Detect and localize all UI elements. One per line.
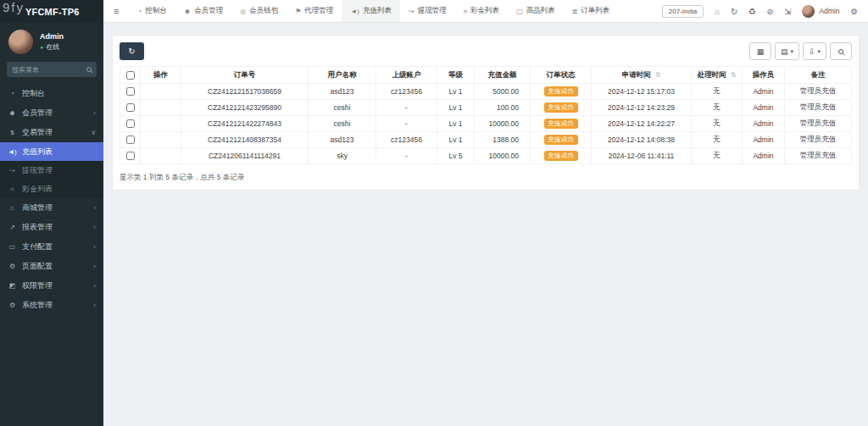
cell-user-name: sky xyxy=(309,148,376,164)
sidebar-item-icon: ◩ xyxy=(8,282,17,290)
table-tools: ▦ ▤ ▾ ⇩ ▾ xyxy=(749,42,852,60)
hamburger-icon[interactable]: ≡ xyxy=(103,0,129,22)
sidebar-item[interactable]: ◔ 控制台 xyxy=(0,84,103,103)
pagination-toggle-button[interactable]: ▦ xyxy=(749,42,771,60)
navbar-user[interactable]: Admin xyxy=(802,5,839,18)
row-checkbox[interactable] xyxy=(126,152,135,160)
nav-tab-icon: ¤ xyxy=(464,8,467,15)
content-area: ↻ ▦ ▤ ▾ ⇩ ▾ xyxy=(103,23,868,426)
status-badge: 充值成功 xyxy=(544,86,578,97)
sidebar-item-label: 页面配置 xyxy=(22,261,53,272)
nav-tab[interactable]: ▢ 商品列表 xyxy=(508,0,564,22)
row-checkbox[interactable] xyxy=(126,103,135,112)
sidebar-item[interactable]: ◩ 权限管理 ‹ xyxy=(0,276,103,296)
sidebar-item-label: 商城管理 xyxy=(22,202,53,213)
nav-tab-icon: ↪ xyxy=(409,8,415,15)
sidebar-search xyxy=(7,62,97,77)
cell-level: Lv 1 xyxy=(437,132,475,148)
cell-remark: 管理员充值 xyxy=(785,132,852,148)
nav-tab-icon: ≣ xyxy=(572,8,578,15)
sort-icon[interactable]: ⇅ xyxy=(731,71,737,79)
cell-operation xyxy=(141,84,181,100)
col-handle-time[interactable]: 处理时间⇅ xyxy=(692,67,743,84)
search-icon[interactable] xyxy=(86,67,92,72)
sidebar-item[interactable]: ↪ 提现管理 xyxy=(0,161,103,180)
status-badge: 充值成功 xyxy=(544,119,578,129)
col-operator: 操作员 xyxy=(743,67,785,84)
nav-tab[interactable]: ↪ 提现管理 xyxy=(400,0,455,22)
select-all-checkbox[interactable] xyxy=(126,71,135,80)
settings-cogs-icon[interactable]: ⚙ xyxy=(850,7,858,16)
col-order-no: 订单号 xyxy=(181,67,309,84)
trash-icon[interactable]: ♻ xyxy=(748,7,756,16)
row-checkbox[interactable] xyxy=(126,119,135,128)
sidebar-item[interactable]: $ 交易管理 ∨ xyxy=(0,123,103,142)
cell-apply-time: 2024-12-06 11:41:11 xyxy=(592,148,692,164)
search-toggle-button[interactable] xyxy=(830,42,852,60)
sidebar-item[interactable]: ⚙ 系统管理 ‹ xyxy=(0,296,103,315)
row-checkbox[interactable] xyxy=(126,136,135,144)
sidebar-item-label: 支付配置 xyxy=(22,241,53,252)
nav-tab[interactable]: ¤ 彩金列表 xyxy=(455,0,508,22)
chevron-icon: ‹ xyxy=(93,243,96,251)
card-toolbar: ↻ ▦ ▤ ▾ ⇩ ▾ xyxy=(120,42,852,60)
sidebar-item[interactable]: ◄) 充值列表 xyxy=(0,142,103,161)
columns-icon: ▤ xyxy=(781,47,788,56)
sort-icon[interactable]: ⇅ xyxy=(655,71,661,79)
table-row: CZ2412121422274843 ceshi - Lv 1 10000.00… xyxy=(120,116,852,132)
environment-button[interactable]: 207-India xyxy=(662,5,704,18)
user-status-label: 在线 xyxy=(46,42,59,52)
fullscreen-icon[interactable]: ⇲ xyxy=(784,7,791,16)
sidebar: 9fy YFCMF-TP6 Admin ● 在线 ◔ 控制台 xyxy=(0,0,103,426)
clear-cache-icon[interactable]: ⊘ xyxy=(766,7,773,16)
nav-tab-icon: ◎ xyxy=(240,8,246,15)
row-checkbox[interactable] xyxy=(126,87,135,96)
refresh-icon[interactable]: ↻ xyxy=(731,7,737,16)
nav-tab[interactable]: ◔ 控制台 xyxy=(129,0,175,22)
table-row: CZ2412121517038659 asd123 cz123456 Lv 1 … xyxy=(120,84,852,100)
chevron-icon: ‹ xyxy=(93,204,96,212)
columns-dropdown-button[interactable]: ▤ ▾ xyxy=(775,42,799,60)
cell-remark: 管理员充值 xyxy=(785,84,852,100)
avatar xyxy=(8,30,33,54)
main-area: ≡ ◔ 控制台 ☻ 会员管理 ◎ 会员钱包 xyxy=(103,0,868,426)
sidebar-item[interactable]: ↗ 报表管理 ‹ xyxy=(0,218,103,237)
cell-order-no: CZ2412121423295890 xyxy=(181,100,309,116)
navbar-right: 207-India ⌂ ↻ ♻ ⊘ ⇲ Admin ⚙ xyxy=(662,0,868,22)
sidebar-item-icon: ↗ xyxy=(8,224,17,231)
col-apply-time[interactable]: 申请时间⇅ xyxy=(592,67,692,84)
nav-tab[interactable]: ◄) 充值列表 xyxy=(342,0,400,22)
home-icon[interactable]: ⌂ xyxy=(715,7,720,16)
export-dropdown-button[interactable]: ⇩ ▾ xyxy=(803,42,826,60)
refresh-table-button[interactable]: ↻ xyxy=(120,42,144,60)
nav-tab[interactable]: ≣ 订单列表 xyxy=(564,0,619,22)
recharge-list-card: ↻ ▦ ▤ ▾ ⇩ ▾ xyxy=(112,35,860,191)
sidebar-item-label: 充值列表 xyxy=(22,147,53,158)
nav-tab-icon: ▢ xyxy=(516,8,523,15)
nav-tab[interactable]: ⚑ 代理管理 xyxy=(287,0,342,22)
cell-user-name: asd123 xyxy=(309,84,376,100)
nav-tab[interactable]: ☻ 会员管理 xyxy=(175,0,231,22)
sidebar-item[interactable]: ⚙ 页面配置 ‹ xyxy=(0,257,103,276)
sidebar-item-icon: ⚙ xyxy=(8,263,17,270)
cell-user-name: ceshi xyxy=(309,100,376,116)
cell-parent-account: - xyxy=(376,116,437,132)
nav-tab-label: 订单列表 xyxy=(581,6,609,16)
status-badge: 充值成功 xyxy=(544,102,578,113)
table-row: CZ2412121408387354 asd123 cz123456 Lv 1 … xyxy=(120,132,852,148)
cell-apply-time: 2024-12-12 14:08:38 xyxy=(592,132,692,148)
cell-order-no: CZ2412121408387354 xyxy=(181,132,309,148)
sidebar-item[interactable]: ☻ 会员管理 ‹ xyxy=(0,103,103,123)
table-view-icon: ▦ xyxy=(757,47,765,56)
cell-operation xyxy=(141,116,181,132)
nav-tab[interactable]: ◎ 会员钱包 xyxy=(231,0,287,22)
cell-operation xyxy=(141,148,181,164)
cell-handle-time: 无 xyxy=(692,100,743,116)
sidebar-item[interactable]: ¤ 彩金列表 xyxy=(0,180,103,198)
table-row: CZ2412061141114291 sky - Lv 5 10000.00 充… xyxy=(120,148,852,164)
sidebar-item[interactable]: ⌂ 商城管理 ‹ xyxy=(0,198,103,218)
cell-remark: 管理员充值 xyxy=(785,100,852,116)
menu-search-input[interactable] xyxy=(12,66,83,74)
sidebar-item[interactable]: ▭ 支付配置 ‹ xyxy=(0,237,103,257)
cell-operator: Admin xyxy=(743,116,785,132)
